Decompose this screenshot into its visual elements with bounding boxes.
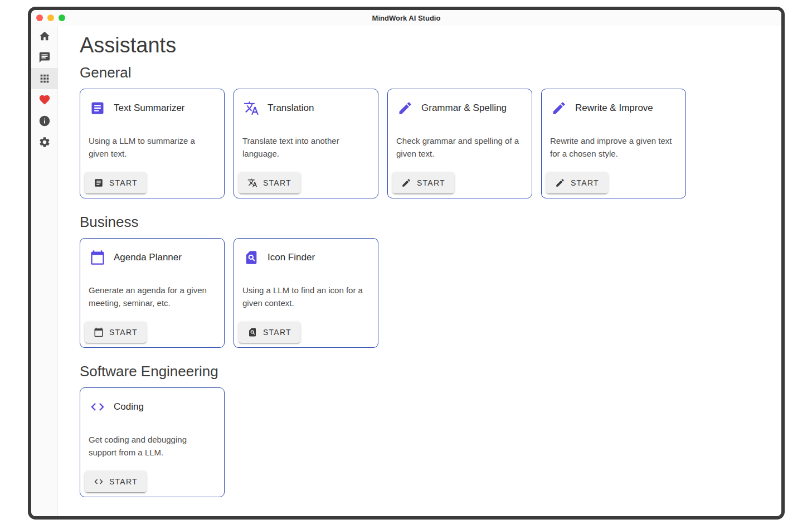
card-description: Generate an agenda for a given meeting, … xyxy=(89,284,215,309)
icon-search-icon xyxy=(244,250,259,265)
start-button[interactable]: START xyxy=(85,172,147,193)
translate-icon xyxy=(244,100,259,116)
card-description: Get coding and debugging support from a … xyxy=(89,433,215,459)
assistant-card: CodingGet coding and debugging support f… xyxy=(80,387,225,497)
chat-icon xyxy=(38,51,51,64)
card-grid: CodingGet coding and debugging support f… xyxy=(80,387,759,497)
section-general: GeneralText SummarizerUsing a LLM to sum… xyxy=(80,65,759,198)
card-actions: START xyxy=(234,317,378,347)
sidebar-item-home[interactable] xyxy=(31,26,58,47)
section-heading: General xyxy=(80,65,759,81)
card-title: Grammar & Spelling xyxy=(421,103,507,114)
close-window-button[interactable] xyxy=(36,14,43,21)
app-window: MindWork AI Studio Assistants GeneralTex… xyxy=(28,7,785,520)
edit-icon xyxy=(397,100,413,116)
card-header: Icon Finder xyxy=(234,239,378,265)
edit-icon xyxy=(401,178,411,188)
app-body: Assistants GeneralText SummarizerUsing a… xyxy=(31,26,781,516)
start-button[interactable]: START xyxy=(392,172,454,193)
page-title: Assistants xyxy=(80,32,759,59)
assistant-card: Grammar & SpellingCheck grammar and spel… xyxy=(387,89,532,198)
settings-icon xyxy=(38,136,51,148)
card-grid: Agenda PlannerGenerate an agenda for a g… xyxy=(80,238,759,348)
assistant-card: Rewrite & ImproveRewrite and improve a g… xyxy=(541,89,686,198)
sidebar-item-settings[interactable] xyxy=(31,132,58,153)
card-title: Agenda Planner xyxy=(114,252,182,263)
card-actions: START xyxy=(80,168,224,198)
code-icon xyxy=(90,399,105,415)
start-button-label: START xyxy=(109,328,138,337)
card-header: Coding xyxy=(80,388,224,415)
section-heading: Software Engineering xyxy=(80,363,759,380)
start-button-label: START xyxy=(109,477,138,486)
heart-icon xyxy=(38,94,51,106)
apps-icon xyxy=(38,72,51,85)
start-button[interactable]: START xyxy=(85,471,147,492)
home-icon xyxy=(38,30,51,42)
start-button-label: START xyxy=(571,178,599,187)
card-actions: START xyxy=(234,168,378,198)
start-button-label: START xyxy=(263,328,291,337)
sidebar-item-about[interactable] xyxy=(31,110,58,132)
card-header: Text Summarizer xyxy=(80,89,224,116)
titlebar: MindWork AI Studio xyxy=(31,10,781,26)
card-title: Coding xyxy=(114,401,144,412)
card-title: Translation xyxy=(268,103,314,114)
zoom-window-button[interactable] xyxy=(59,14,65,21)
start-button[interactable]: START xyxy=(85,322,147,343)
calendar-icon xyxy=(94,327,104,337)
card-title: Text Summarizer xyxy=(114,103,185,114)
document-icon xyxy=(94,178,104,188)
icon-search-icon xyxy=(247,327,257,337)
assistant-card: Text SummarizerUsing a LLM to summarize … xyxy=(80,89,225,198)
traffic-lights xyxy=(36,10,65,26)
main-content: Assistants GeneralText SummarizerUsing a… xyxy=(58,26,781,516)
card-actions: START xyxy=(542,168,685,198)
card-actions: START xyxy=(388,168,532,198)
edit-icon xyxy=(551,100,567,116)
start-button[interactable]: START xyxy=(546,172,608,193)
card-header: Grammar & Spelling xyxy=(388,89,532,116)
minimize-window-button[interactable] xyxy=(47,14,54,21)
assistant-card: Agenda PlannerGenerate an agenda for a g… xyxy=(80,238,225,348)
window-title: MindWork AI Studio xyxy=(372,14,441,22)
assistant-card: Icon FinderUsing a LLM to find an icon f… xyxy=(234,238,378,348)
section-software-engineering: Software EngineeringCodingGet coding and… xyxy=(80,363,759,497)
calendar-icon xyxy=(90,250,105,265)
card-description: Rewrite and improve a given text for a c… xyxy=(550,134,677,160)
card-description: Using a LLM to summarize a given text. xyxy=(89,134,215,160)
card-description: Translate text into another language. xyxy=(242,134,369,160)
card-header: Agenda Planner xyxy=(80,239,224,265)
info-icon xyxy=(38,115,51,127)
start-button-label: START xyxy=(263,178,291,187)
assistant-card: TranslationTranslate text into another l… xyxy=(234,89,378,198)
sections-container: GeneralText SummarizerUsing a LLM to sum… xyxy=(80,65,759,497)
edit-icon xyxy=(555,178,565,188)
start-button[interactable]: START xyxy=(239,172,300,193)
sidebar-item-favorites[interactable] xyxy=(31,89,58,110)
section-heading: Business xyxy=(80,214,759,231)
card-description: Using a LLM to find an icon for a given … xyxy=(242,284,369,309)
translate-icon xyxy=(247,178,257,188)
card-grid: Text SummarizerUsing a LLM to summarize … xyxy=(80,89,759,198)
start-button-label: START xyxy=(417,178,445,187)
card-header: Rewrite & Improve xyxy=(542,89,685,116)
card-description: Check grammar and spelling of a given te… xyxy=(396,134,523,160)
card-actions: START xyxy=(80,467,224,497)
card-title: Icon Finder xyxy=(268,252,315,263)
card-title: Rewrite & Improve xyxy=(575,103,653,114)
start-button[interactable]: START xyxy=(239,322,300,343)
sidebar xyxy=(31,26,58,516)
card-header: Translation xyxy=(234,89,378,116)
document-icon xyxy=(90,100,105,116)
code-icon xyxy=(94,477,104,487)
section-business: BusinessAgenda PlannerGenerate an agenda… xyxy=(80,214,759,348)
sidebar-item-assistants[interactable] xyxy=(31,68,58,89)
card-actions: START xyxy=(80,317,224,347)
start-button-label: START xyxy=(109,178,138,187)
sidebar-item-chats[interactable] xyxy=(31,47,58,68)
